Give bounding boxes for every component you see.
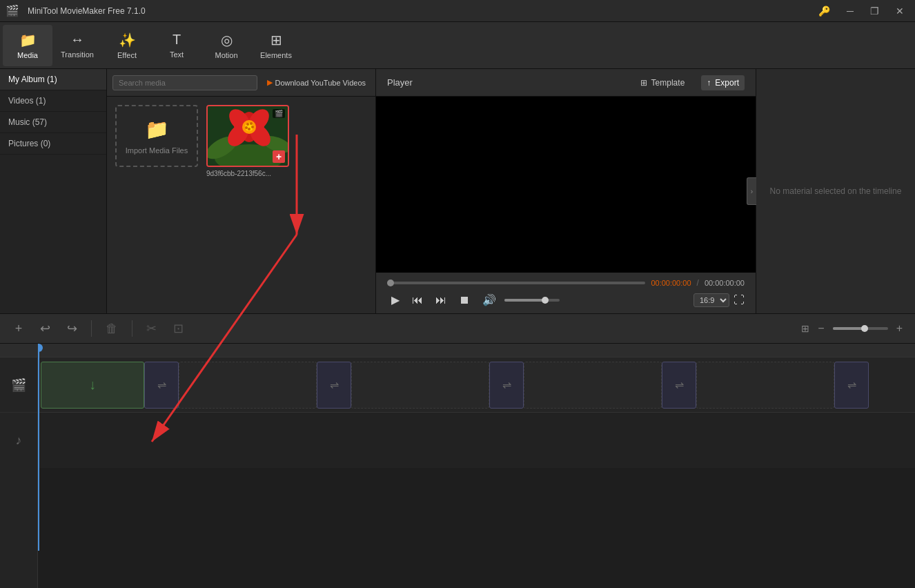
- template-icon: ⊞: [640, 78, 647, 88]
- minimize-btn[interactable]: ─: [841, 4, 859, 18]
- media-tab[interactable]: 📁 Media: [3, 25, 52, 66]
- undo-btn[interactable]: ↩: [35, 318, 56, 339]
- zoom-in-btn[interactable]: +: [892, 321, 907, 336]
- text-tab[interactable]: T Text: [152, 25, 201, 66]
- transition-arrow-icon: ⇌: [157, 378, 166, 391]
- import-media-btn[interactable]: 📁 Import Media Files: [115, 105, 198, 167]
- transition-5[interactable]: ⇌: [834, 362, 869, 409]
- zoom-out-btn[interactable]: −: [814, 321, 828, 336]
- progress-track[interactable]: [387, 282, 645, 284]
- motion-tab[interactable]: ◎ Motion: [201, 25, 251, 66]
- transition-2[interactable]: ⇌: [317, 362, 351, 409]
- transition-4[interactable]: ⇌: [662, 362, 696, 409]
- controls-row: ▶ ⏮ ⏭ ⏹ 🔊 16:9 4:3 1:1 9:16 ⛶: [387, 292, 745, 308]
- divider2: [132, 320, 132, 337]
- effect-tab[interactable]: ✨ Effect: [102, 25, 152, 66]
- divider: [91, 320, 92, 337]
- transition-arrow-icon-3: ⇌: [502, 378, 511, 391]
- left-sidebar: My Album (1) Videos (1) Music (57) Pictu…: [0, 69, 107, 313]
- player-controls: 00:00:00:00 / 00:00:00:00 ▶ ⏮ ⏭ ⏹ 🔊 16:9…: [376, 273, 756, 313]
- thumb-name: 9d3f6cbb-2213f56c...: [206, 170, 289, 177]
- media-panel: ▶ Download YouTube Videos 📁 Import Media…: [107, 69, 376, 313]
- stop-btn[interactable]: ⏹: [455, 293, 474, 308]
- zoom-control: ⊞ − +: [801, 321, 907, 336]
- delete-btn[interactable]: 🗑: [100, 319, 124, 339]
- download-youtube-btn[interactable]: ▶ Download YouTube Videos: [263, 75, 371, 90]
- video-track-icon: 🎬: [0, 357, 37, 413]
- video-clip-1[interactable]: ↓: [41, 362, 144, 409]
- timeline-track-labels: 🎬 ♪: [0, 344, 38, 588]
- search-input[interactable]: [112, 75, 257, 90]
- media-content: 📁 Import Media Files: [107, 97, 375, 313]
- empty-slot-4: [696, 362, 834, 409]
- sidebar-item-my-album[interactable]: My Album (1): [0, 69, 106, 90]
- media-icon: 📁: [19, 32, 37, 48]
- total-time: 00:00:00:00: [705, 279, 745, 287]
- effect-label: Effect: [117, 51, 137, 59]
- text-label: Text: [170, 50, 184, 59]
- cut-btn[interactable]: ✂: [141, 318, 162, 339]
- empty-slot-3: [524, 362, 662, 409]
- playhead[interactable]: [38, 344, 39, 551]
- media-thumb-item[interactable]: 🎬 + 9d3f6cbb-2213f56c...: [206, 105, 289, 177]
- add-to-timeline-btn[interactable]: +: [273, 150, 285, 163]
- transition-label: Transition: [61, 50, 94, 59]
- sidebar-item-videos[interactable]: Videos (1): [0, 90, 106, 112]
- time-separator: /: [697, 278, 699, 288]
- transition-1[interactable]: ⇌: [144, 362, 179, 409]
- empty-slot-2: [351, 362, 489, 409]
- template-btn[interactable]: ⊞ Template: [635, 75, 691, 90]
- playhead-marker: [38, 344, 43, 352]
- next-btn[interactable]: ⏭: [431, 293, 451, 308]
- restore-btn[interactable]: ❐: [865, 4, 885, 18]
- effect-icon: ✨: [119, 32, 136, 48]
- svg-point-12: [246, 123, 249, 126]
- progress-dot: [387, 280, 394, 286]
- key-btn[interactable]: 🔑: [813, 4, 836, 18]
- motion-icon: ◎: [221, 32, 233, 48]
- transition-icon: ↔: [70, 32, 84, 48]
- timeline-ruler[interactable]: [38, 344, 915, 357]
- svg-point-13: [250, 122, 253, 125]
- collapse-panel-btn[interactable]: ›: [747, 177, 756, 205]
- transition-3[interactable]: ⇌: [489, 362, 524, 409]
- aspect-ratio-select[interactable]: 16:9 4:3 1:1 9:16: [693, 293, 729, 307]
- svg-point-16: [248, 128, 250, 130]
- fit-btn[interactable]: ⊞: [801, 323, 809, 334]
- sidebar-item-music[interactable]: Music (57): [0, 112, 106, 133]
- sidebar-item-pictures[interactable]: Pictures (0): [0, 133, 106, 155]
- audio-track-icon: ♪: [0, 413, 37, 468]
- close-btn[interactable]: ✕: [890, 4, 909, 18]
- motion-label: Motion: [215, 51, 237, 59]
- crop-btn[interactable]: ⊡: [168, 318, 189, 339]
- right-panel: › No material selected on the timeline: [756, 69, 915, 313]
- media-label: Media: [17, 51, 38, 59]
- export-icon: ↑: [707, 78, 711, 88]
- fullscreen-btn[interactable]: ⛶: [734, 294, 745, 306]
- svg-point-15: [251, 126, 254, 128]
- elements-icon: ⊞: [270, 32, 282, 48]
- timeline-add-btn[interactable]: +: [8, 318, 29, 339]
- transition-tab[interactable]: ↔ Transition: [52, 25, 102, 66]
- timeline-content: ↓ ⇌ ⇌ ⇌ ⇌ ⇌: [38, 344, 915, 588]
- empty-slot-1: [179, 362, 317, 409]
- play-btn[interactable]: ▶: [387, 292, 404, 308]
- current-time: 00:00:00:00: [651, 279, 691, 287]
- player-header: Player ⊞ Template ↑ Export: [376, 69, 756, 97]
- volume-slider[interactable]: [504, 299, 560, 302]
- prev-btn[interactable]: ⏮: [408, 293, 427, 308]
- transition-arrow-icon-4: ⇌: [675, 378, 684, 391]
- elements-tab[interactable]: ⊞ Elements: [251, 25, 301, 66]
- main-area: My Album (1) Videos (1) Music (57) Pictu…: [0, 69, 915, 313]
- svg-point-14: [245, 126, 248, 129]
- export-btn[interactable]: ↑ Export: [701, 75, 745, 90]
- template-label: Template: [651, 78, 685, 88]
- export-label: Export: [715, 78, 739, 88]
- zoom-slider[interactable]: [833, 327, 888, 330]
- bottom-toolbar: + ↩ ↪ 🗑 ✂ ⊡ ⊞ − +: [0, 313, 915, 344]
- timeline: 🎬 ♪ ↓ ⇌ ⇌: [0, 344, 915, 588]
- volume-btn[interactable]: 🔊: [478, 292, 500, 308]
- redo-btn[interactable]: ↪: [61, 318, 83, 339]
- progress-bar[interactable]: 00:00:00:00 / 00:00:00:00: [387, 278, 745, 288]
- transition-arrow-icon-5: ⇌: [847, 378, 856, 391]
